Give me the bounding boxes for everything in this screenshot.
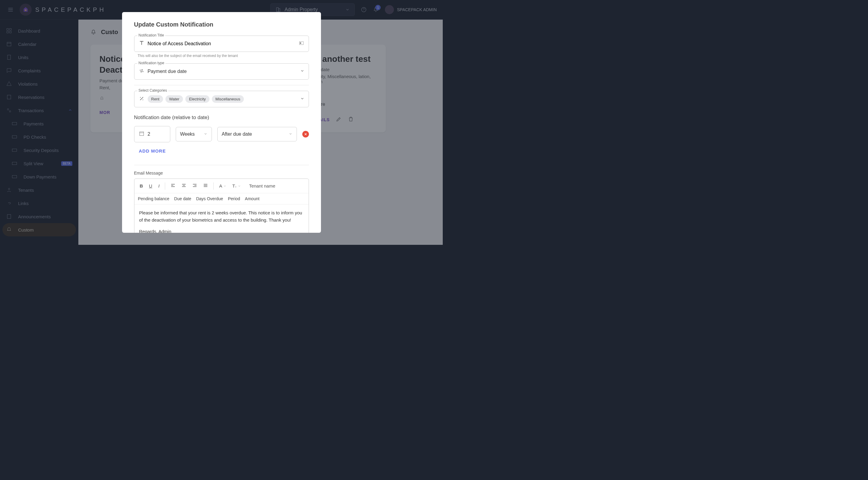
font-color-button[interactable]: A xyxy=(217,182,228,190)
email-message-label: Email Message xyxy=(134,171,309,176)
bold-button[interactable]: B xyxy=(137,182,146,190)
calendar-icon xyxy=(138,130,145,138)
align-left-button[interactable] xyxy=(168,182,178,190)
font-size-button[interactable]: T↕ xyxy=(230,182,243,190)
notification-date-section-label: Notification date (relative to date) xyxy=(134,115,309,121)
align-center-button[interactable] xyxy=(179,182,189,190)
notification-type-field[interactable]: Notification type Payment due date xyxy=(134,63,309,80)
notification-title-input[interactable] xyxy=(148,41,296,47)
date-relative-select[interactable]: After due date xyxy=(217,127,297,142)
modal-title: Update Custom Notification xyxy=(134,21,309,28)
title-helper-text: This will also be the subject of the ema… xyxy=(134,54,309,58)
modal-overlay[interactable]: Update Custom Notification Notification … xyxy=(0,0,443,245)
update-notification-modal: Update Custom Notification Notification … xyxy=(122,12,321,233)
align-right-button[interactable] xyxy=(190,182,199,190)
insert-days-overdue-button[interactable]: Days Overdue xyxy=(196,196,223,201)
swap-icon xyxy=(138,68,145,75)
insert-due-date-button[interactable]: Due date xyxy=(174,196,191,201)
date-unit-select[interactable]: Weeks xyxy=(176,127,212,142)
notification-title-field[interactable]: Notification Title xyxy=(134,36,309,52)
insert-amount-button[interactable]: Amount xyxy=(245,196,259,201)
add-more-button[interactable]: ADD MORE xyxy=(139,148,166,153)
insert-period-button[interactable]: Period xyxy=(228,196,240,201)
chevron-down-icon xyxy=(289,131,292,137)
insert-tenant-name-button[interactable]: Tenant name xyxy=(247,182,278,190)
chevron-down-icon xyxy=(223,184,226,187)
align-justify-button[interactable] xyxy=(201,182,210,190)
select-categories-field[interactable]: Select Categories Rent Water Electricity… xyxy=(134,91,309,107)
notification-type-value: Payment due date xyxy=(148,69,187,74)
title-icon xyxy=(138,40,145,47)
date-relative-value: After due date xyxy=(222,131,252,137)
wrench-icon xyxy=(138,96,145,103)
date-number-value: 2 xyxy=(148,131,150,137)
remove-date-button[interactable] xyxy=(302,131,309,138)
italic-button[interactable]: I xyxy=(156,182,162,190)
date-unit-value: Weeks xyxy=(180,131,195,137)
date-number-field[interactable]: 2 xyxy=(134,126,170,142)
svg-rect-23 xyxy=(140,132,144,136)
id-card-icon[interactable] xyxy=(299,40,304,47)
chevron-down-icon xyxy=(300,69,304,74)
svg-rect-22 xyxy=(300,42,301,44)
insert-pending-balance-button[interactable]: Pending balance xyxy=(138,196,169,201)
underline-button[interactable]: U xyxy=(147,182,155,190)
chevron-down-icon xyxy=(238,184,241,187)
email-editor: B U I A T↕ Tenant name Pending balance D… xyxy=(134,179,309,233)
close-icon xyxy=(304,132,307,136)
chevron-down-icon xyxy=(204,131,207,137)
category-chip[interactable]: Rent xyxy=(148,95,163,103)
category-chip[interactable]: Electricity xyxy=(185,95,210,103)
category-chip[interactable]: Miscellaneous xyxy=(212,95,244,103)
chevron-down-icon xyxy=(300,96,304,102)
category-chip[interactable]: Water xyxy=(165,95,183,103)
email-body-editor[interactable]: Please be informed that your rent is 2 w… xyxy=(134,204,309,233)
